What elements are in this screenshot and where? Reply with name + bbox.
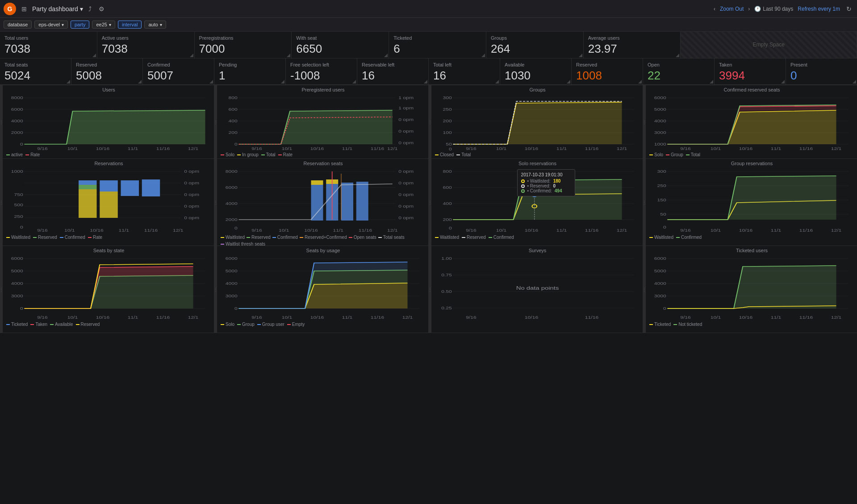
- chart-reservations[interactable]: Reservations 1000 750 500 250 0 0 opm: [0, 159, 214, 246]
- chart-reservation-seats[interactable]: Reservation seats 8000 6000 4000 2000 0 …: [214, 159, 429, 246]
- svg-text:2000: 2000: [226, 217, 238, 222]
- drag-handle[interactable]: [429, 246, 431, 333]
- svg-text:0: 0: [234, 142, 238, 146]
- chart-surveys-legend: [435, 321, 640, 323]
- svg-text:11/16: 11/16: [799, 315, 813, 320]
- svg-text:0 opm: 0 opm: [398, 117, 414, 122]
- svg-text:11/16: 11/16: [371, 146, 384, 151]
- svg-text:500: 500: [14, 203, 23, 207]
- dashboard-icon[interactable]: ⊞: [20, 4, 29, 14]
- drag-handle[interactable]: [214, 159, 217, 246]
- chart-users-area: 8000 6000 4000 2000 0 9/16 10/1 10/16 11…: [6, 93, 211, 151]
- chart-seats-by-usage[interactable]: Seats by usage 6000 5000 4000 3000 0 9/1…: [214, 246, 429, 333]
- filter-database[interactable]: database: [4, 21, 32, 29]
- filter-eps-devel[interactable]: eps-devel: [34, 21, 68, 29]
- settings-button[interactable]: ⚙: [97, 4, 106, 14]
- svg-text:300: 300: [657, 169, 666, 174]
- svg-text:100: 100: [443, 130, 452, 135]
- chart-group-res-area: 300 250 150 50 0 9/16 10/1 10/16 11/1 11…: [649, 167, 854, 234]
- svg-text:9/16: 9/16: [37, 228, 48, 233]
- chart-ticketed-users[interactable]: Ticketed users 6000 5000 4000 3000 0 9/1…: [643, 246, 857, 333]
- drag-handle[interactable]: [214, 85, 217, 158]
- time-range-picker[interactable]: 🕐 Last 90 days: [754, 6, 793, 12]
- svg-text:0 opm: 0 opm: [184, 181, 199, 185]
- svg-text:10/1: 10/1: [279, 228, 289, 233]
- stat-reservable-left: Reservable left 16: [357, 58, 429, 85]
- svg-text:11/16: 11/16: [799, 228, 813, 233]
- svg-text:11/16: 11/16: [585, 228, 598, 233]
- zoom-out-button[interactable]: Zoom Out: [720, 6, 744, 12]
- svg-text:11/16: 11/16: [359, 228, 372, 233]
- drag-handle[interactable]: [0, 85, 3, 158]
- chart-users[interactable]: Users 8000 6000 4000 2000 0: [0, 85, 214, 158]
- dashboard-title[interactable]: Party dashboard ▾: [32, 5, 83, 12]
- svg-text:1 opm: 1 opm: [398, 106, 414, 110]
- svg-text:0 opm: 0 opm: [184, 169, 199, 174]
- chart-seats-by-state[interactable]: Seats by state 6000 5000 4000 3000 0 9/1…: [0, 246, 214, 333]
- stat-reserved-2-label: Reserved: [576, 62, 638, 67]
- drag-handle[interactable]: [643, 85, 646, 158]
- filter-auto[interactable]: auto: [144, 21, 166, 29]
- svg-text:9/16: 9/16: [680, 228, 691, 233]
- drag-handle[interactable]: [0, 159, 3, 246]
- svg-text:6000: 6000: [226, 185, 238, 190]
- chart-group-reservations[interactable]: Group reservations 300 250 150 50 0 9/16…: [643, 159, 857, 246]
- svg-text:6000: 6000: [226, 256, 238, 261]
- svg-text:5000: 5000: [226, 269, 238, 273]
- time-range-label: Last 90 days: [763, 6, 793, 12]
- refresh-interval-label[interactable]: Refresh every 1m: [798, 6, 840, 12]
- stat-taken-value: 3994: [719, 69, 781, 82]
- stat-reserved-2: Reserved 1008: [572, 58, 643, 85]
- svg-text:10/16: 10/16: [310, 315, 324, 320]
- share-button[interactable]: ⤴: [87, 4, 93, 14]
- svg-text:0 opm: 0 opm: [398, 181, 414, 185]
- svg-marker-146: [453, 179, 622, 220]
- topbar-right: ‹ Zoom Out › 🕐 Last 90 days Refresh ever…: [714, 4, 853, 14]
- svg-text:5000: 5000: [654, 269, 666, 273]
- refresh-button[interactable]: ↻: [844, 4, 853, 14]
- svg-text:10/16: 10/16: [96, 315, 109, 320]
- svg-text:9/16: 9/16: [466, 228, 477, 233]
- svg-text:200: 200: [229, 130, 238, 135]
- svg-text:10/1: 10/1: [282, 315, 293, 320]
- svg-text:12/1: 12/1: [617, 228, 627, 233]
- svg-text:1000: 1000: [654, 142, 666, 146]
- stat-active-users: Active users 7038: [97, 32, 195, 58]
- drag-handle[interactable]: [643, 159, 646, 246]
- grafana-logo: G: [4, 3, 16, 15]
- chart-preregistered-legend: Solo In group Total Rate: [221, 151, 426, 158]
- svg-text:12/1: 12/1: [387, 146, 398, 151]
- charts-section: Users 8000 6000 4000 2000 0: [0, 85, 857, 333]
- drag-handle[interactable]: [214, 246, 217, 333]
- drag-handle[interactable]: [0, 246, 3, 333]
- filter-party[interactable]: party: [71, 21, 89, 29]
- chart-confirmed-seats-legend: Solo Group Total: [649, 151, 854, 158]
- chart-solo-reservations[interactable]: Solo reservations 800 600 400 200 0 9/16…: [429, 159, 643, 246]
- svg-text:600: 600: [443, 185, 452, 190]
- chart-surveys[interactable]: Surveys 1.00 0.75 0.50 0.25 9/16 10/16 1…: [429, 246, 643, 333]
- stat-total-seats-value: 5024: [4, 69, 67, 82]
- filter-ee25[interactable]: ee25: [92, 21, 115, 29]
- chevron-left-icon[interactable]: ‹: [714, 6, 715, 12]
- svg-text:11/1: 11/1: [342, 315, 353, 320]
- drag-handle[interactable]: [643, 246, 646, 333]
- chart-reservation-seats-legend: Waitlisted Reserved Confirmed Reserved+C…: [221, 234, 426, 247]
- svg-text:5000: 5000: [11, 269, 23, 273]
- svg-text:0 opm: 0 opm: [184, 192, 199, 197]
- chevron-right-icon[interactable]: ›: [748, 6, 750, 12]
- svg-text:10/16: 10/16: [310, 146, 324, 151]
- svg-text:10/16: 10/16: [525, 315, 538, 320]
- drag-handle[interactable]: [429, 85, 431, 158]
- stat-taken-label: Taken: [719, 62, 781, 67]
- svg-text:11/16: 11/16: [799, 146, 813, 151]
- chart-confirmed-reserved-seats[interactable]: Confirmed reserved seats 6000 5000 4000 …: [643, 85, 857, 158]
- chart-preregistered[interactable]: Preregistered users 800 600 400 200 0 9/…: [214, 85, 429, 158]
- chart-users-title: Users: [6, 87, 211, 92]
- stat-open: Open 22: [643, 58, 715, 85]
- svg-text:4000: 4000: [654, 119, 666, 123]
- filter-interval[interactable]: interval: [118, 21, 142, 29]
- dashboard-title-text: Party dashboard: [32, 5, 78, 12]
- chart-groups[interactable]: Groups 300 250 200 100 50 0 9/1: [429, 85, 643, 158]
- chevron-down-icon: ▾: [80, 5, 83, 12]
- chart-seats-usage-legend: Solo Group Group user Empty: [221, 321, 426, 328]
